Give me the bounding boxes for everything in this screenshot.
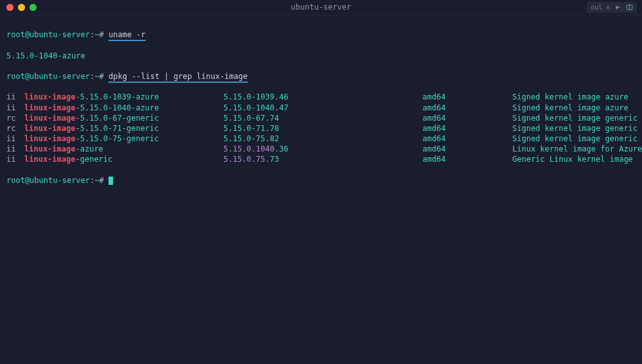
package-arch: amd64 [422, 134, 512, 144]
window-titlebar: ubuntu-server oul × [0, 0, 642, 15]
package-name-suffix: -5.15.0-1040-azure [75, 103, 159, 112]
package-name-match: linux-image [24, 124, 75, 133]
package-version-rev: .73 [265, 155, 279, 164]
package-description: Signed kernel image generic [512, 113, 638, 123]
package-name: linux-image-generic [24, 154, 223, 164]
package-name: linux-image-azure [24, 144, 223, 154]
package-status: rc [6, 123, 24, 134]
package-row: iilinux-image-generic5.15.0.75.73amd64Ge… [6, 154, 636, 164]
package-description: Signed kernel image generic [512, 134, 638, 144]
package-status: rc [6, 113, 24, 123]
package-description: Signed kernel image azure [512, 103, 636, 113]
package-name-match: linux-image [24, 134, 75, 143]
package-name-match: linux-image [24, 92, 75, 101]
split-pane-icon[interactable] [625, 4, 633, 12]
package-name-match: linux-image [24, 155, 75, 164]
prompt-symbol: # [100, 72, 104, 81]
package-name-suffix: -generic [75, 155, 112, 164]
package-arch: amd64 [422, 123, 512, 134]
maximize-window-button[interactable] [30, 4, 37, 11]
prompt-path: ~ [94, 30, 99, 39]
package-version-main: 5.15.0.75 [223, 155, 265, 164]
package-name-suffix: -5.15.0-71-generic [75, 124, 159, 133]
cursor [108, 177, 113, 185]
output-uname: 5.15.0-1040-azure [6, 51, 636, 61]
package-arch: amd64 [422, 144, 512, 154]
package-name-match: linux-image [24, 144, 75, 153]
package-arch: amd64 [422, 154, 512, 164]
package-description: Linux kernel image for Azure systems. [512, 144, 642, 154]
package-status: ii [6, 103, 24, 113]
package-version-main: 5.15.0.1040 [223, 144, 274, 153]
package-name-suffix: -5.15.0-67-generic [75, 114, 159, 123]
prompt-line-1: root@ubuntu-server:~# uname -r [6, 30, 636, 40]
traffic-lights [6, 4, 37, 11]
package-version-rev: .36 [274, 144, 288, 153]
package-name: linux-image-5.15.0-1040-azure [24, 103, 223, 113]
package-name: linux-image-5.15.0-1039-azure [24, 92, 223, 102]
package-status: ii [6, 134, 24, 144]
prompt-symbol: # [100, 30, 104, 39]
package-row: iilinux-image-5.15.0-1039-azure5.15.0-10… [6, 92, 636, 102]
package-row: iilinux-image-5.15.0-1040-azure5.15.0-10… [6, 103, 636, 113]
minimize-window-button[interactable] [18, 4, 25, 11]
prompt-user-host: root@ubuntu-server [6, 176, 90, 185]
package-arch: amd64 [422, 113, 512, 123]
package-name: linux-image-5.15.0-71-generic [24, 123, 223, 134]
package-version: 5.15.0.1040.36 [223, 144, 422, 154]
package-description: Signed kernel image generic [512, 123, 638, 134]
package-arch: amd64 [422, 103, 512, 113]
package-description: Generic Linux kernel image [512, 154, 636, 164]
package-arch: amd64 [422, 92, 512, 102]
package-name-match: linux-image [24, 103, 75, 112]
package-status: ii [6, 144, 24, 154]
package-row: rclinux-image-5.15.0-67-generic5.15.0-67… [6, 113, 636, 123]
prompt-line-3: root@ubuntu-server:~# [6, 175, 636, 186]
package-name-suffix: -azure [75, 144, 103, 153]
package-version: 5.15.0.75.73 [223, 154, 422, 164]
package-row: rclinux-image-5.15.0-71-generic5.15.0-71… [6, 123, 636, 134]
titlebar-controls: oul × [587, 2, 637, 13]
package-version: 5.15.0-1039.46 [223, 92, 422, 102]
prompt-symbol: # [100, 176, 104, 185]
command-dpkg: dpkg --list | grep linux-image [108, 72, 248, 83]
package-version: 5.15.0-1040.47 [223, 103, 422, 113]
package-name-match: linux-image [24, 114, 75, 123]
package-list: iilinux-image-5.15.0-1039-azure5.15.0-10… [6, 92, 636, 164]
package-description: Signed kernel image azure [512, 92, 636, 102]
prompt-user-host: root@ubuntu-server [6, 30, 90, 39]
package-version: 5.15.0-67.74 [223, 113, 422, 123]
package-name: linux-image-5.15.0-67-generic [24, 113, 223, 123]
package-row: iilinux-image-azure5.15.0.1040.36amd64Li… [6, 144, 636, 154]
close-window-button[interactable] [6, 4, 13, 11]
package-version: 5.15.0-71.78 [223, 123, 422, 134]
package-name: linux-image-5.15.0-75-generic [24, 134, 223, 144]
prompt-user-host: root@ubuntu-server [6, 72, 90, 81]
package-row: iilinux-image-5.15.0-75-generic5.15.0-75… [6, 134, 636, 144]
command-uname: uname -r [108, 30, 146, 41]
prompt-line-2: root@ubuntu-server:~# dpkg --list | grep… [6, 71, 636, 82]
package-status: ii [6, 92, 24, 102]
prompt-path: ~ [94, 176, 99, 185]
package-status: ii [6, 154, 24, 164]
share-icon[interactable] [614, 4, 621, 12]
package-version: 5.15.0-75.82 [223, 134, 422, 144]
window-title: ubuntu-server [291, 2, 351, 12]
prompt-path: ~ [94, 72, 99, 81]
titlebar-label: oul × [591, 3, 610, 12]
package-name-suffix: -5.15.0-75-generic [75, 134, 159, 143]
terminal-body[interactable]: root@ubuntu-server:~# uname -r 5.15.0-10… [0, 15, 642, 202]
package-name-suffix: -5.15.0-1039-azure [75, 92, 159, 101]
